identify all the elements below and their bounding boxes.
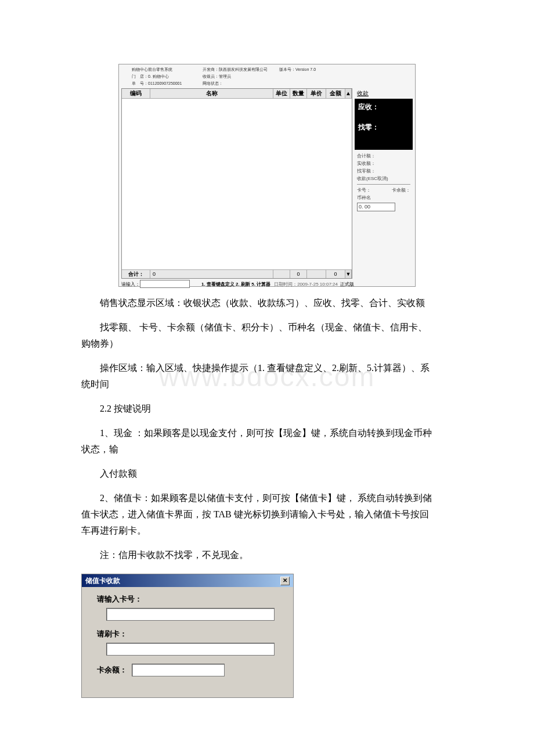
paragraph: 2、储值卡：如果顾客是以储值卡支付，则可按【储值卡】键， 系统自动转换到储: [81, 490, 453, 506]
edition-label: 正式版: [340, 281, 354, 287]
bill-value: 011200907250001: [148, 81, 182, 85]
cashier-label: 收银员：: [203, 74, 219, 78]
bill-label: 单 号：: [132, 81, 148, 85]
dev-value: 陕西朋友科技发展有限公司: [219, 67, 268, 71]
swipe-label: 请刷卡：: [97, 629, 283, 639]
balance-input[interactable]: [132, 664, 225, 676]
chg-label: 找零额：: [357, 167, 410, 175]
change-label: 找零：: [358, 123, 409, 132]
card-no-label: 请输入卡号：: [97, 594, 283, 604]
stored-card-dialog: 储值卡收款 ✕ 请输入卡号： 请刷卡： 卡余额：: [81, 574, 294, 698]
balance-label: 卡余额：: [97, 665, 127, 675]
paragraph: 值卡状态，进入储值卡界面，按 TAB 键光标切换到请输入卡号处，输入储值卡号按回: [81, 506, 453, 523]
paragraph: 入付款额: [81, 466, 453, 482]
pos-right-panel: 收款 应收： 找零： 合计额： 实收额： 找零额： 收款(ESC取消) 卡号： …: [355, 88, 413, 279]
total-unit: [273, 270, 290, 278]
col-price: 单价: [307, 89, 326, 98]
pos-bottom-bar: 请输入： 1. 查看键盘定义 2. 刷新 5. 计算器 日期时间：2009-7-…: [119, 279, 415, 289]
time-label: 日期时间：: [274, 282, 297, 287]
ver-label: 版本号：: [279, 67, 295, 71]
due-label: 应收：: [358, 102, 409, 112]
amount-input[interactable]: 0. 00: [357, 203, 395, 211]
pos-app-window: 购物中心前台零售系统 门 店：0. 购物中心 单 号：0112009072500…: [118, 64, 416, 287]
total-price: [307, 270, 326, 278]
dev-label: 开发商：: [203, 67, 219, 71]
section-heading: 2.2 按键说明: [81, 401, 453, 417]
paragraph: 注：信用卡收款不找零，不兑现金。: [81, 547, 453, 563]
ver-value: Version 7.0: [295, 67, 316, 71]
pay-hint: 收款(ESC取消): [357, 175, 410, 182]
shortcut-hints: 1. 查看键盘定义 2. 刷新 5. 计算器: [201, 281, 270, 287]
paragraph: 操作区域：输入区域、快捷操作提示（1. 查看键盘定义、2.刷新、5.计算器）、系: [81, 360, 453, 376]
net-label: 网络状态：: [203, 80, 279, 87]
total-amt: 0: [326, 270, 345, 278]
dialog-titlebar: 储值卡收款 ✕: [82, 574, 293, 587]
paragraph: 1、现金 ：如果顾客是以现金支付，则可按【现金】键，系统自动转换到现金币种: [81, 425, 453, 441]
pos-grid: 编码 名称 单位 数量 单价 金额 ▲ 合计： 0 0 0 ▼: [121, 88, 352, 279]
total-qty: 0: [290, 270, 307, 278]
sum-label: 合计额：: [357, 152, 410, 160]
col-code: 编码: [122, 89, 150, 98]
store-value: 0. 购物中心: [148, 74, 169, 78]
currency-label: 币种名: [357, 194, 410, 201]
total-spacer: 0: [150, 270, 273, 278]
pos-grid-body: [122, 99, 352, 269]
payment-info: 合计额： 实收额： 找零额： 收款(ESC取消) 卡号： 卡余额： 币种名 0.…: [355, 150, 413, 214]
pos-header: 购物中心前台零售系统 门 店：0. 购物中心 单 号：0112009072500…: [119, 64, 415, 88]
col-qty: 数量: [290, 89, 307, 98]
command-input[interactable]: [140, 280, 190, 288]
paid-label: 实收额：: [357, 160, 410, 167]
time-value: 2009-7-25 10:07:24: [297, 282, 338, 287]
col-amount: 金额: [326, 89, 345, 98]
paragraph: 状态，输: [81, 441, 453, 458]
paragraph: 统时间: [81, 376, 453, 393]
total-label: 合计：: [122, 270, 150, 278]
pos-grid-footer: 合计： 0 0 0 ▼: [122, 269, 352, 278]
card-no-input[interactable]: [106, 608, 275, 621]
close-icon[interactable]: ✕: [280, 577, 290, 585]
payment-display: 应收： 找零：: [355, 99, 413, 150]
scroll-up-icon[interactable]: ▲: [345, 89, 352, 98]
scroll-down-icon[interactable]: ▼: [345, 270, 352, 278]
card-no-label: 卡号：: [357, 186, 371, 194]
paragraph: 购物券）: [81, 336, 453, 352]
paragraph: 车再进行刷卡。: [81, 523, 453, 539]
cashier-value: 管理员: [219, 74, 231, 78]
paragraph: 找零额、 卡号、卡余额（储值卡、积分卡）、币种名（现金、储值卡、信用卡、: [81, 319, 453, 336]
paragraph: 销售状态显示区域：收银状态（收款、收款练习）、应收、找零、合计、实收额: [81, 295, 453, 311]
pos-sys-label: 购物中心前台零售系统: [132, 66, 203, 73]
col-unit: 单位: [273, 89, 290, 98]
input-label: 请输入：: [121, 281, 140, 287]
store-label: 门 店：: [132, 74, 148, 78]
card-bal-label: 卡余额：: [392, 186, 410, 194]
pos-grid-header: 编码 名称 单位 数量 单价 金额 ▲: [122, 89, 352, 99]
swipe-input[interactable]: [106, 643, 275, 656]
col-name: 名称: [150, 89, 273, 98]
dialog-title: 储值卡收款: [85, 576, 120, 586]
receipt-title: 收款: [355, 88, 413, 99]
